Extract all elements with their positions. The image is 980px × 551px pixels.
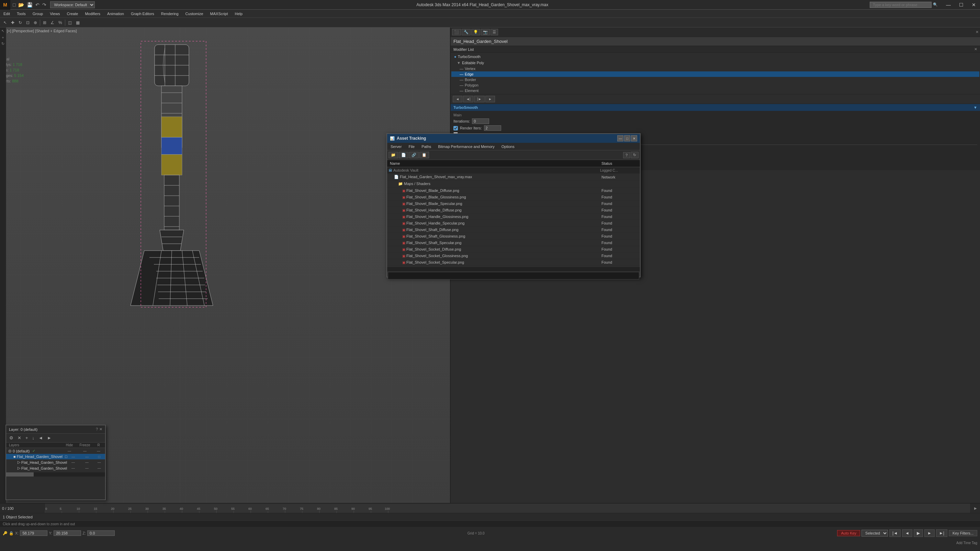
menu-modifiers[interactable]: Modifiers	[81, 11, 104, 17]
panel-close-icon[interactable]: ✕	[975, 30, 978, 34]
nav-btn-3[interactable]: |►	[474, 96, 485, 102]
snap-percent-icon[interactable]: %	[57, 19, 64, 26]
layers-btn-settings[interactable]: ⚙	[8, 435, 15, 441]
turbosmooth-section-header[interactable]: TurboSmooth ▼	[451, 104, 980, 111]
table-row[interactable]: ▣ Flat_Shovel_Shaft_Diffuse.png Found	[387, 227, 640, 233]
menu-maxscript[interactable]: MAXScript	[207, 11, 232, 17]
selected-dropdown[interactable]: Selected	[861, 530, 888, 537]
at-btn-4[interactable]: 📋	[419, 152, 429, 158]
at-maximize-button[interactable]: □	[624, 135, 630, 141]
mirror-icon[interactable]: ◫	[67, 19, 73, 26]
table-row[interactable]: ▣ Flat_Shovel_Socket_Specular.png Found	[387, 259, 640, 266]
layers-help-button[interactable]: ?	[96, 427, 98, 432]
modifier-editable-poly[interactable]: ▼ Editable Poly	[451, 60, 979, 66]
sub-border[interactable]: — Border	[451, 77, 979, 83]
redo-icon[interactable]: ↷	[41, 2, 48, 8]
at-menu-options[interactable]: Options	[498, 143, 518, 150]
at-path-input[interactable]	[388, 272, 639, 279]
layers-btn-expand[interactable]: ►	[45, 435, 53, 441]
layer-row-shovel-child-1[interactable]: ▷ Flat_Head_Garden_Shovel — — —	[6, 459, 105, 465]
transport-prev-button[interactable]: ◄	[902, 529, 912, 537]
menu-help[interactable]: Help	[232, 11, 246, 17]
window-controls[interactable]: — ☐ ✕	[942, 1, 980, 9]
table-row[interactable]: ▣ Flat_Shovel_Blade_Diffuse.png Found	[387, 187, 640, 194]
at-minimize-button[interactable]: —	[617, 135, 624, 141]
table-row[interactable]: ▣ Flat_Shovel_Shaft_Glossiness.png Found	[387, 233, 640, 240]
menu-edit[interactable]: Edit	[0, 11, 13, 17]
reference-icon[interactable]: ⊕	[32, 19, 38, 26]
new-icon[interactable]: □	[12, 2, 16, 8]
at-btn-2[interactable]: 📄	[399, 152, 409, 158]
layer-row-shovel-main[interactable]: ■ Flat_Head_Garden_Shovel □ --- --- □	[6, 454, 105, 459]
snap-icon[interactable]: ⊞	[41, 19, 48, 26]
table-row[interactable]: 📄Flat_Head_Garden_Shovel_max_vray.max Ne…	[387, 174, 640, 181]
panel-icon-5[interactable]: ☰	[490, 29, 498, 35]
layers-btn-delete[interactable]: ✕	[16, 435, 23, 441]
table-row[interactable]: ▣ Flat_Shovel_Socket_Diffuse.png Found	[387, 246, 640, 252]
render-iters-input[interactable]	[484, 125, 501, 131]
menu-group[interactable]: Group	[29, 11, 47, 17]
table-row[interactable]: 🏛Autodesk Vault Logged C...	[387, 167, 640, 174]
select-icon[interactable]: ↖	[2, 19, 8, 26]
nav-btn-1[interactable]: ◄	[453, 96, 462, 102]
menu-tools[interactable]: Tools	[13, 11, 29, 17]
layers-btn-add[interactable]: +	[24, 435, 30, 441]
panel-icon-1[interactable]: ⬛	[452, 29, 461, 35]
workspace-selector[interactable]: Workspace: Default	[50, 2, 95, 8]
nav-btn-4[interactable]: ►	[485, 96, 495, 102]
layer-row-default[interactable]: ◎ 0 (default) ✓ — — —	[6, 448, 105, 454]
left-tool-1[interactable]: ↖	[1, 28, 5, 34]
transport-play-button[interactable]: ▶	[914, 529, 923, 537]
menu-rendering[interactable]: Rendering	[158, 11, 182, 17]
table-row[interactable]: ▣ Flat_Shovel_Blade_Specular.png Found	[387, 200, 640, 207]
panel-icon-4[interactable]: 📷	[481, 29, 490, 35]
layers-btn-move[interactable]: ↓	[30, 435, 37, 441]
minimize-button[interactable]: —	[942, 1, 955, 9]
search-input[interactable]	[870, 2, 932, 8]
sub-vertex[interactable]: — Vertex	[451, 66, 979, 71]
at-menu-file[interactable]: File	[405, 143, 418, 150]
menu-graph-editors[interactable]: Graph Editors	[127, 11, 158, 17]
nav-btn-2[interactable]: ◄|	[463, 96, 474, 102]
table-row[interactable]: ▣ Flat_Shovel_Socket_Glossiness.png Foun…	[387, 252, 640, 259]
z-coord[interactable]	[87, 530, 115, 536]
sub-edge[interactable]: — Edge	[451, 71, 979, 77]
left-tool-2[interactable]: +	[1, 35, 5, 40]
layers-scrollbar-thumb[interactable]	[6, 472, 33, 476]
snap-angle-icon[interactable]: ∠	[49, 19, 56, 26]
key-filters-button[interactable]: Key Filters...	[949, 530, 977, 536]
undo-icon[interactable]: ↶	[34, 2, 41, 8]
open-icon[interactable]: 📂	[17, 2, 25, 8]
modifier-list-close[interactable]: ✕	[974, 47, 977, 51]
at-btn-1[interactable]: 📁	[388, 152, 398, 158]
transport-next-button[interactable]: ►	[924, 529, 935, 537]
at-btn-help[interactable]: ?	[623, 152, 630, 158]
at-menu-paths[interactable]: Paths	[418, 143, 434, 150]
at-col-status[interactable]: Status	[599, 160, 640, 167]
scale-icon[interactable]: ⊡	[25, 19, 31, 26]
at-menu-bitmap[interactable]: Bitmap Performance and Memory	[434, 143, 498, 150]
table-row[interactable]: ▣ Flat_Shovel_Blade_Glossiness.png Found	[387, 194, 640, 200]
search-icon[interactable]: 🔍	[932, 2, 939, 7]
menu-animation[interactable]: Animation	[104, 11, 127, 17]
table-row[interactable]: 📁Maps / Shaders	[387, 181, 640, 187]
layers-close-button[interactable]: ✕	[99, 427, 102, 432]
at-col-name[interactable]: Name	[387, 160, 599, 167]
auto-key-button[interactable]: Auto Key	[837, 530, 860, 536]
key-icon[interactable]: 🔑	[3, 531, 8, 535]
render-iters-checkbox[interactable]	[453, 126, 458, 130]
y-coord[interactable]	[54, 530, 81, 536]
layers-btn-collapse[interactable]: ◄	[37, 435, 45, 441]
transport-end-button[interactable]: ►|	[936, 529, 947, 537]
move-icon[interactable]: ✚	[10, 19, 16, 26]
modifier-turbosmooth[interactable]: ● TurboSmooth	[451, 54, 979, 60]
at-close-button[interactable]: ✕	[631, 135, 637, 141]
at-btn-3[interactable]: 🔗	[409, 152, 419, 158]
maximize-button[interactable]: ☐	[955, 1, 967, 9]
menu-views[interactable]: Views	[46, 11, 63, 17]
timeline-area[interactable]: 0 / 100 0 5 10 15 20 25 30 35 40 45 50	[0, 503, 980, 513]
layer-row-shovel-child-2[interactable]: ▷ Flat_Head_Garden_Shovel — — —	[6, 465, 105, 471]
at-menu-server[interactable]: Server	[387, 143, 405, 150]
at-scrollbar[interactable]	[387, 267, 640, 271]
lock-icon[interactable]: 🔒	[9, 531, 14, 535]
